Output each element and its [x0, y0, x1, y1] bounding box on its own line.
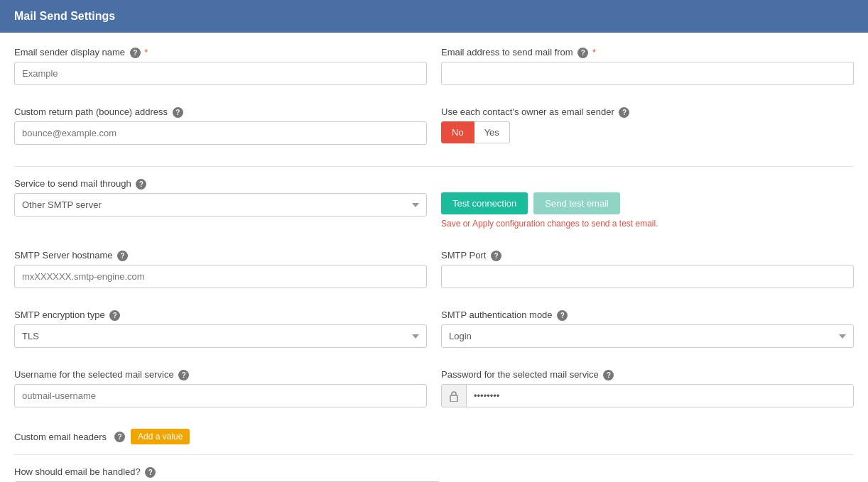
page-header: Mail Send Settings [0, 0, 868, 33]
bounce-help-icon[interactable]: ? [173, 107, 183, 118]
username-label: Username for the selected mail service ? [14, 369, 427, 380]
email-from-label: Email address to send mail from ? * [441, 47, 854, 58]
test-buttons-group: Test connection Send test email Save or … [441, 178, 854, 229]
custom-headers-row: Custom email headers ? Add a value [14, 429, 854, 444]
svg-rect-0 [450, 395, 457, 402]
smtp-hostname-label: SMTP Server hostname ? [14, 250, 427, 261]
email-from-group: Email address to send mail from ? * maut… [441, 47, 854, 85]
section-divider-1 [14, 166, 854, 167]
email-handling-help-icon[interactable]: ? [145, 467, 156, 478]
smtp-hostname-help-icon[interactable]: ? [117, 251, 128, 261]
password-label: Password for the selected mail service ? [441, 369, 854, 380]
email-from-required: * [592, 47, 596, 57]
smtp-port-input[interactable]: 587 [441, 265, 854, 288]
email-sender-label: Email sender display name ? * [14, 47, 427, 58]
service-help-icon[interactable]: ? [136, 179, 146, 190]
toggle-yes-button[interactable]: Yes [474, 121, 510, 143]
smtp-encryption-help-icon[interactable]: ? [109, 310, 120, 321]
username-group: Username for the selected mail service ? [14, 369, 427, 407]
smtp-hostname-input[interactable] [14, 265, 427, 288]
email-sender-required: * [144, 47, 148, 57]
smtp-encryption-select[interactable]: TLS SSL None [14, 324, 427, 348]
smtp-port-label: SMTP Port ? [441, 250, 854, 261]
smtp-port-help-icon[interactable]: ? [491, 251, 501, 261]
section-divider-2 [14, 454, 854, 455]
toggle-no-button[interactable]: No [441, 121, 474, 143]
email-sender-group: Email sender display name ? * [14, 47, 427, 85]
smtp-auth-label: SMTP authentication mode ? [441, 310, 854, 321]
email-from-input[interactable]: mautic@example.com [441, 62, 854, 85]
bounce-input[interactable] [14, 121, 427, 145]
action-buttons: Test connection Send test email [441, 192, 854, 214]
lock-icon [442, 385, 467, 407]
send-test-button[interactable]: Send test email [533, 192, 620, 214]
smtp-auth-select[interactable]: Login Plain None [441, 324, 854, 348]
smtp-encryption-group: SMTP encryption type ? TLS SSL None [14, 310, 427, 348]
page-title: Mail Send Settings [14, 10, 115, 22]
service-group: Service to send mail through ? Other SMT… [14, 178, 427, 217]
password-help-icon[interactable]: ? [603, 370, 614, 380]
smtp-encryption-label: SMTP encryption type ? [14, 310, 427, 321]
password-input[interactable] [467, 385, 853, 407]
email-from-help-icon[interactable]: ? [577, 48, 588, 58]
email-handling-group: How should email be handled? ? Send imme… [14, 466, 440, 482]
smtp-port-group: SMTP Port ? 587 [441, 250, 854, 288]
email-sender-help-icon[interactable]: ? [130, 48, 141, 58]
email-sender-input[interactable] [14, 62, 427, 85]
bounce-group: Custom return path (bounce) address ? [14, 106, 427, 145]
password-group: Password for the selected mail service ? [441, 369, 854, 407]
service-label: Service to send mail through ? [14, 178, 427, 190]
add-value-button[interactable]: Add a value [131, 429, 190, 444]
custom-headers-label: Custom email headers [14, 432, 107, 442]
owner-sender-help-icon[interactable]: ? [619, 107, 629, 118]
owner-sender-label: Use each contact's owner as email sender… [441, 106, 854, 118]
smtp-auth-help-icon[interactable]: ? [557, 310, 568, 321]
smtp-auth-group: SMTP authentication mode ? Login Plain N… [441, 310, 854, 348]
username-input[interactable] [14, 384, 427, 407]
username-help-icon[interactable]: ? [178, 370, 189, 380]
save-note: Save or Apply configuration changes to s… [441, 219, 854, 229]
bounce-label: Custom return path (bounce) address ? [14, 106, 427, 118]
test-connection-button[interactable]: Test connection [441, 192, 528, 214]
custom-headers-help-icon[interactable]: ? [114, 432, 125, 442]
smtp-hostname-group: SMTP Server hostname ? [14, 250, 427, 288]
service-select[interactable]: Other SMTP server Sendmail Amazon SES [14, 193, 427, 217]
email-handling-label: How should email be handled? ? [14, 466, 440, 478]
owner-sender-group: Use each contact's owner as email sender… [441, 106, 854, 143]
test-buttons-label [441, 178, 854, 189]
owner-sender-toggle: No Yes [441, 121, 854, 143]
password-input-wrapper [441, 384, 854, 407]
